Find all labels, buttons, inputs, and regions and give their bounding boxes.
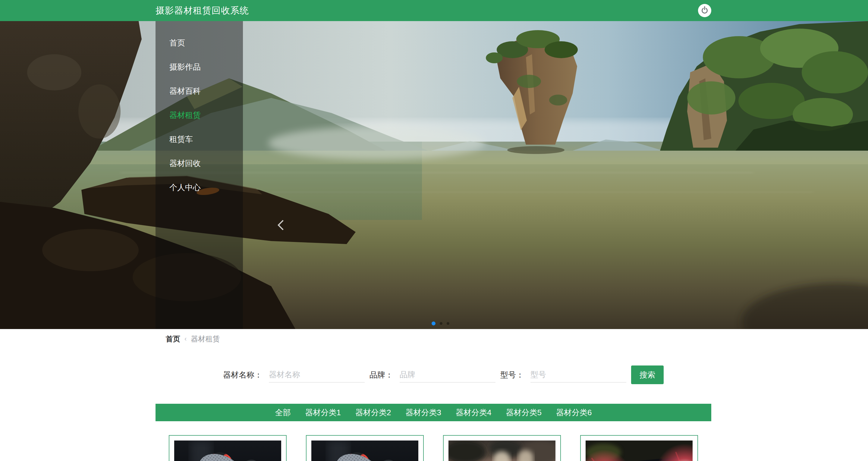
logout-power-button[interactable] [698,4,711,17]
breadcrumb-current: 器材租赁 [191,334,220,344]
sidebar-item-equipment-wiki[interactable]: 器材百科 [156,79,243,103]
hero-carousel: 首页 摄影作品 器材百科 器材租赁 租赁车 器材回收 个人中心 [0,21,868,329]
equipment-name-label: 器材名称： [223,370,262,380]
sidebar-item-home[interactable]: 首页 [156,31,243,55]
carousel-dots [432,321,450,326]
app-title: 摄影器材租赁回收系统 [156,4,249,17]
power-icon [702,7,708,13]
product-image-camera-gear-on-floor [448,440,555,461]
breadcrumb-separator-icon: ‹ [184,335,187,343]
carousel-dot-3[interactable] [447,322,450,325]
product-card[interactable] [580,435,698,461]
model-input[interactable] [530,367,626,383]
sidebar-item-equipment-recycle[interactable]: 器材回收 [156,151,243,175]
model-label: 型号： [500,370,524,380]
product-card-list: RODE [156,435,711,461]
carousel-prev-button[interactable] [276,220,286,230]
brand-label: 品牌： [370,370,393,380]
sidebar-item-personal-center[interactable]: 个人中心 [156,175,243,199]
product-image-rode-microphone: RODE [174,440,281,461]
category-tab-6[interactable]: 器材分类6 [556,407,592,418]
breadcrumb-home-link[interactable]: 首页 [166,334,180,344]
category-tab-4[interactable]: 器材分类4 [456,407,491,418]
equipment-name-input[interactable] [269,367,365,383]
carousel-dot-1[interactable] [432,321,435,326]
category-tab-2[interactable]: 器材分类2 [355,407,391,418]
app-header: 摄影器材租赁回收系统 [0,0,868,21]
category-tab-bar: 全部 器材分类1 器材分类2 器材分类3 器材分类4 器材分类5 器材分类6 [156,404,711,421]
breadcrumb: 首页 ‹ 器材租赁 [156,334,711,343]
product-card[interactable] [443,435,561,461]
sidebar-item-photo-works[interactable]: 摄影作品 [156,55,243,79]
category-tab-3[interactable]: 器材分类3 [406,407,441,418]
search-button[interactable]: 搜索 [631,366,664,384]
search-filter-form: 器材名称： 品牌： 型号： 搜索 [156,365,711,385]
sidebar-item-rental-cart[interactable]: 租赁车 [156,127,243,151]
product-image-rode-microphone: RODE [311,440,418,461]
sidebar-nav: 首页 摄影作品 器材百科 器材租赁 租赁车 器材回收 个人中心 [156,21,243,329]
category-tab-all[interactable]: 全部 [275,407,291,418]
hero-landscape-image [0,21,868,329]
sidebar-item-equipment-rental[interactable]: 器材租赁 [156,103,243,127]
carousel-dot-2[interactable] [440,322,442,325]
category-tab-5[interactable]: 器材分类5 [506,407,541,418]
brand-input[interactable] [400,367,495,383]
product-card[interactable]: RODE [169,435,287,461]
product-image-camcorder-red-flare [586,440,692,461]
category-tab-1[interactable]: 器材分类1 [305,407,341,418]
product-card[interactable]: RODE [306,435,424,461]
